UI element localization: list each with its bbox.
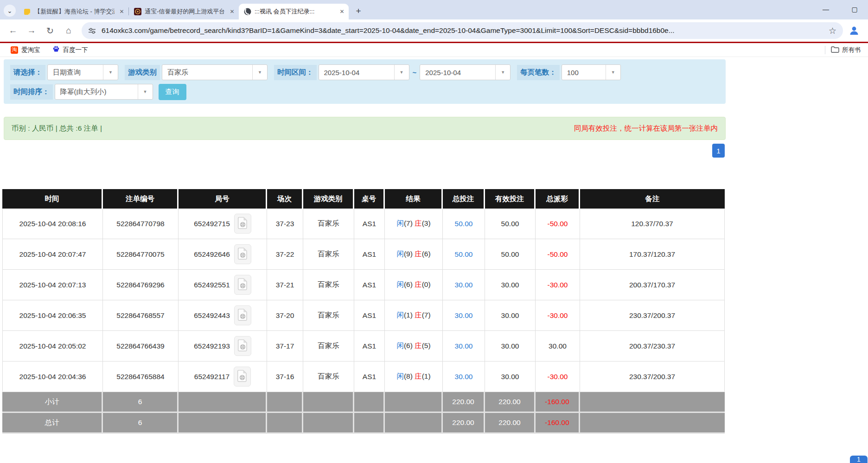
close-icon[interactable]: ✕ bbox=[118, 8, 126, 16]
site-info-icon[interactable] bbox=[88, 27, 96, 35]
tab-tongbao[interactable]: 通宝-信誉最好的网上游戏平台 ✕ bbox=[129, 4, 239, 19]
tab-strip: ⌄ 【新提醒】海燕论坛 - 博学交流 ✕ 通宝-信誉最好的网上游戏平台 ✕ ::… bbox=[0, 0, 868, 19]
summary-valid-bet: 220.00 bbox=[485, 392, 536, 413]
forward-icon[interactable]: → bbox=[24, 23, 39, 38]
page-size-select[interactable]: 100 ▼ bbox=[562, 64, 621, 80]
cell-note: 120.37/70.37 bbox=[580, 209, 725, 239]
cell-total-bet[interactable]: 30.00 bbox=[443, 331, 485, 362]
cell-game-type: 百家乐 bbox=[303, 300, 354, 331]
cell-result: 闲(6) 庄(0) bbox=[385, 270, 443, 300]
date-range-label: 时间区间： bbox=[274, 65, 317, 80]
tab-bet-records[interactable]: :::视讯 会员下注纪录::: ✕ bbox=[239, 4, 349, 19]
cell-session: 37-21 bbox=[267, 270, 303, 300]
bottom-pagination-button[interactable]: 1 bbox=[850, 456, 868, 463]
bookmarks-divider bbox=[825, 46, 825, 54]
bet-records-table: 时间注单编号局号场次游戏类别桌号结果总投注有效投注总派彩备注 2025-10-0… bbox=[2, 189, 725, 434]
video-replay-button[interactable] bbox=[234, 214, 251, 234]
tongbao-favicon-icon bbox=[134, 8, 141, 16]
tab-search-icon[interactable]: ⌄ bbox=[4, 5, 16, 17]
cell-total-bet[interactable]: 50.00 bbox=[443, 239, 485, 270]
bookmark-baidu[interactable]: 百度一下 bbox=[52, 45, 88, 54]
cell-session: 37-16 bbox=[267, 362, 303, 392]
note-favicon-icon bbox=[23, 8, 31, 16]
cell-game-type: 百家乐 bbox=[303, 209, 354, 239]
cell-bet-id: 522864768557 bbox=[103, 300, 179, 331]
chevron-down-icon: ▼ bbox=[103, 65, 118, 80]
minimize-icon[interactable]: — bbox=[821, 6, 831, 13]
page-size-value: 100 bbox=[562, 69, 606, 76]
profile-avatar-icon[interactable] bbox=[849, 25, 860, 36]
cell-table-no: AS1 bbox=[354, 331, 385, 362]
cell-note: 170.37/120.37 bbox=[580, 239, 725, 270]
video-file-icon bbox=[237, 370, 247, 383]
summary-count: 6 bbox=[103, 392, 179, 413]
tab-haiyan-forum[interactable]: 【新提醒】海燕论坛 - 博学交流 ✕ bbox=[19, 4, 128, 19]
date-start-select[interactable]: 2025-10-04 ▼ bbox=[319, 64, 409, 80]
video-replay-button[interactable] bbox=[234, 275, 251, 295]
video-replay-button[interactable] bbox=[234, 244, 251, 264]
summary-bar: 币别 : 人民币 | 总共 :6 注单 | 同局有效投注，统一计算在该局第一张注… bbox=[4, 117, 726, 140]
round-id: 652492193 bbox=[194, 342, 230, 350]
video-replay-button[interactable] bbox=[234, 305, 251, 325]
cell-round-id: 652492117 bbox=[179, 362, 267, 392]
table-row: 2025-10-04 20:04:36522864765884652492117… bbox=[2, 362, 725, 392]
all-bookmarks[interactable]: 所有书 bbox=[825, 43, 868, 57]
new-tab-icon[interactable]: + bbox=[352, 5, 364, 17]
page-1-button[interactable]: 1 bbox=[712, 144, 725, 158]
summary-row: 总计6220.00220.00-160.00 bbox=[2, 413, 725, 434]
round-id: 652492443 bbox=[194, 311, 230, 320]
close-icon[interactable]: ✕ bbox=[228, 8, 236, 16]
video-replay-button[interactable] bbox=[234, 367, 251, 387]
url-text[interactable]: 614oxkc3.com/game/betrecord_search/kind3… bbox=[102, 26, 824, 35]
summary-payout: -160.00 bbox=[536, 413, 580, 434]
cell-payout: 30.00 bbox=[536, 331, 580, 362]
cell-session: 37-22 bbox=[267, 239, 303, 270]
cell-table-no: AS1 bbox=[354, 209, 385, 239]
table-row: 2025-10-04 20:06:35522864768557652492443… bbox=[2, 300, 725, 331]
video-file-icon bbox=[238, 309, 248, 322]
cell-game-type: 百家乐 bbox=[303, 362, 354, 392]
filter-panel: 请选择： 日期查询 ▼ 游戏类别 百家乐 ▼ 时间区间： 2025-10-04 … bbox=[4, 59, 726, 104]
video-replay-button[interactable] bbox=[234, 336, 251, 356]
tab-title: :::视讯 会员下注纪录::: bbox=[255, 7, 335, 16]
table-row: 2025-10-04 20:07:13522864769296652492551… bbox=[2, 270, 725, 300]
back-icon[interactable]: ← bbox=[5, 23, 21, 38]
cell-valid-bet: 30.00 bbox=[485, 270, 536, 300]
cell-table-no: AS1 bbox=[354, 270, 385, 300]
cell-result: 闲(1) 庄(7) bbox=[385, 300, 443, 331]
round-id: 652492117 bbox=[194, 373, 230, 381]
cell-game-type: 百家乐 bbox=[303, 239, 354, 270]
sort-order-select[interactable]: 降幂(由大到小) ▼ bbox=[55, 84, 153, 100]
address-bar[interactable]: 614oxkc3.com/game/betrecord_search/kind3… bbox=[82, 22, 843, 39]
date-end-select[interactable]: 2025-10-04 ▼ bbox=[420, 64, 511, 80]
table-row: 2025-10-04 20:07:47522864770075652492646… bbox=[2, 239, 725, 270]
bookmark-star-icon[interactable]: ☆ bbox=[829, 25, 836, 36]
query-mode-select[interactable]: 日期查询 ▼ bbox=[47, 64, 118, 80]
cell-bet-id: 522864765884 bbox=[103, 362, 179, 392]
reload-icon[interactable]: ↻ bbox=[42, 23, 58, 38]
cell-total-bet[interactable]: 30.00 bbox=[443, 300, 485, 331]
cell-payout: -30.00 bbox=[536, 362, 580, 392]
cell-total-bet[interactable]: 50.00 bbox=[443, 209, 485, 239]
bookmark-aitaobao[interactable]: 淘 爱淘宝 bbox=[11, 46, 40, 54]
cell-result: 闲(7) 庄(3) bbox=[385, 209, 443, 239]
sort-order-value: 降幂(由大到小) bbox=[55, 88, 138, 96]
cell-payout: -30.00 bbox=[536, 270, 580, 300]
table-row: 2025-10-04 20:05:02522864766439652492193… bbox=[2, 331, 725, 362]
cell-table-no: AS1 bbox=[354, 362, 385, 392]
page-size-label: 每页笔数： bbox=[517, 65, 560, 80]
maximize-icon[interactable]: ▢ bbox=[849, 6, 860, 13]
cell-total-bet[interactable]: 30.00 bbox=[443, 362, 485, 392]
cell-total-bet[interactable]: 30.00 bbox=[443, 270, 485, 300]
home-icon[interactable]: ⌂ bbox=[61, 23, 77, 38]
search-button[interactable]: 查询 bbox=[159, 84, 186, 100]
cell-bet-id: 522864766439 bbox=[103, 331, 179, 362]
cell-session: 37-23 bbox=[267, 209, 303, 239]
cell-round-id: 652492443 bbox=[179, 300, 267, 331]
chevron-down-icon: ▼ bbox=[252, 65, 267, 80]
close-icon[interactable]: ✕ bbox=[338, 8, 346, 16]
game-type-select[interactable]: 百家乐 ▼ bbox=[162, 64, 268, 80]
cell-valid-bet: 50.00 bbox=[485, 239, 536, 270]
cell-valid-bet: 30.00 bbox=[485, 331, 536, 362]
date-range-tilde: ~ bbox=[409, 69, 420, 76]
